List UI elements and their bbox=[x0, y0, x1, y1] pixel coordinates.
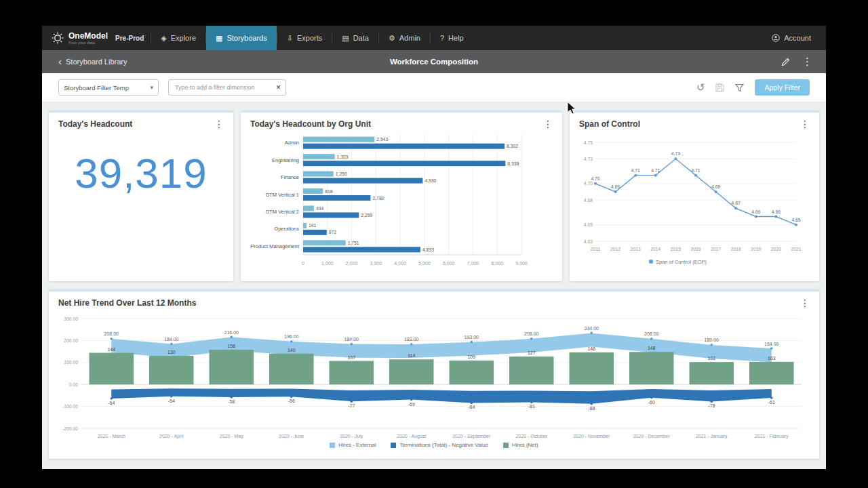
svg-text:144: 144 bbox=[107, 347, 115, 352]
svg-text:2020 - December: 2020 - December bbox=[633, 434, 671, 439]
nav-item-data[interactable]: ▤Data bbox=[332, 26, 378, 50]
filter-template-dropdown[interactable]: Storyboard Filter Temp ▾ bbox=[58, 79, 159, 96]
legend-item[interactable]: Terminations (Total) - Negative Value bbox=[391, 442, 488, 448]
nav-item-exports[interactable]: ⇩Exports bbox=[277, 26, 332, 50]
nav-item-label: Storyboards bbox=[226, 34, 267, 42]
environment-label: Pre-Prod bbox=[115, 35, 144, 42]
storyboards-icon: ▦ bbox=[216, 34, 222, 43]
legend-item[interactable]: Hires - External bbox=[330, 442, 376, 448]
filter-dimension-field: × bbox=[168, 79, 286, 96]
svg-text:4,000: 4,000 bbox=[394, 261, 406, 266]
nav-item-explore[interactable]: ◈Explore bbox=[151, 26, 205, 50]
nav-right: Account bbox=[768, 34, 826, 42]
svg-text:2021 - February: 2021 - February bbox=[755, 434, 789, 439]
nav-item-storyboards[interactable]: ▦Storyboards bbox=[206, 26, 277, 50]
svg-text:-200.00: -200.00 bbox=[62, 426, 78, 431]
legend-label: Hires (Net) bbox=[512, 442, 538, 448]
svg-text:4.66: 4.66 bbox=[772, 209, 781, 214]
svg-text:2015: 2015 bbox=[671, 247, 681, 251]
org-unit-card-title: Today's Headcount by Org Unit bbox=[250, 119, 371, 129]
net-hire-combo-chart: 300.00200.00100.000.00-100.00-200.001441… bbox=[49, 310, 819, 441]
legend-item[interactable]: Hires (Net) bbox=[503, 442, 538, 448]
header-kebab-menu-icon[interactable]: ⋮ bbox=[802, 56, 812, 68]
brand[interactable]: OneModel Free your data Pre-Prod bbox=[42, 32, 151, 45]
page-title: Workforce Composition bbox=[42, 58, 826, 66]
svg-text:Finance: Finance bbox=[281, 174, 299, 180]
svg-text:2020 - September: 2020 - September bbox=[452, 434, 491, 439]
svg-text:183.00: 183.00 bbox=[404, 337, 419, 342]
edit-pencil-icon[interactable] bbox=[781, 58, 790, 66]
clear-filter-icon[interactable]: × bbox=[276, 83, 281, 92]
save-filter-icon[interactable] bbox=[715, 83, 724, 92]
filter-actions: ↺ Apply Filter bbox=[696, 79, 810, 96]
svg-text:146: 146 bbox=[587, 346, 595, 351]
svg-text:3,000: 3,000 bbox=[370, 261, 382, 266]
nav-item-label: Help bbox=[448, 34, 464, 42]
svg-text:GTM Vertical 1: GTM Vertical 1 bbox=[265, 192, 299, 198]
svg-text:300.00: 300.00 bbox=[64, 317, 78, 321]
svg-text:-69: -69 bbox=[408, 402, 415, 407]
undo-icon[interactable]: ↺ bbox=[696, 81, 705, 94]
org-unit-card-menu-icon[interactable]: ⋮ bbox=[542, 119, 554, 129]
account-icon bbox=[772, 34, 780, 42]
svg-text:208.00: 208.00 bbox=[644, 331, 659, 336]
svg-text:208.00: 208.00 bbox=[524, 331, 539, 336]
svg-text:180.00: 180.00 bbox=[705, 338, 719, 342]
top-nav: OneModel Free your data Pre-Prod ◈Explor… bbox=[42, 26, 826, 50]
svg-text:130: 130 bbox=[167, 350, 176, 354]
svg-text:2,780: 2,780 bbox=[372, 196, 384, 201]
span-of-control-card: Span of Control ⋮ 4.754.734.704.684.654.… bbox=[570, 110, 819, 281]
svg-text:5,000: 5,000 bbox=[418, 261, 431, 266]
svg-text:GTM Vertical 2: GTM Vertical 2 bbox=[265, 209, 299, 215]
svg-text:2020 - April: 2020 - April bbox=[159, 434, 184, 439]
svg-text:148: 148 bbox=[648, 346, 656, 350]
org-unit-card: Today's Headcount by Org Unit ⋮ 01,0002,… bbox=[241, 110, 562, 281]
nav-item-label: Data bbox=[353, 34, 369, 42]
apply-filter-button[interactable]: Apply Filter bbox=[755, 79, 810, 96]
svg-text:Span of Control (EOP): Span of Control (EOP) bbox=[656, 259, 707, 265]
svg-text:2,299: 2,299 bbox=[361, 213, 372, 218]
subheader-actions: ⋮ bbox=[781, 56, 826, 68]
filter-dimension-input[interactable] bbox=[174, 83, 273, 92]
svg-text:1,303: 1,303 bbox=[337, 155, 349, 159]
svg-text:1,000: 1,000 bbox=[321, 261, 334, 266]
svg-text:-78: -78 bbox=[708, 403, 715, 408]
svg-text:4.71: 4.71 bbox=[651, 168, 660, 173]
nav-item-account[interactable]: Account bbox=[768, 34, 815, 42]
nav-item-label: Admin bbox=[399, 34, 420, 42]
svg-text:4.65: 4.65 bbox=[791, 218, 800, 222]
svg-text:-56: -56 bbox=[288, 399, 295, 403]
help-icon: ? bbox=[440, 34, 444, 42]
svg-text:2020 - August: 2020 - August bbox=[397, 434, 426, 439]
filter-funnel-icon[interactable] bbox=[735, 83, 744, 92]
svg-text:972: 972 bbox=[329, 230, 337, 235]
data-icon: ▤ bbox=[342, 34, 349, 43]
org-unit-card-head: Today's Headcount by Org Unit ⋮ bbox=[241, 113, 562, 131]
svg-text:4.69: 4.69 bbox=[711, 184, 720, 189]
org-unit-bar-chart: 01,0002,0003,0004,0005,0006,0007,0008,00… bbox=[241, 131, 562, 271]
filter-template-value: Storyboard Filter Temp bbox=[64, 84, 129, 92]
svg-text:2012: 2012 bbox=[610, 247, 620, 251]
span-card-menu-icon[interactable]: ⋮ bbox=[799, 119, 811, 129]
nav-item-admin[interactable]: ⚙Admin bbox=[379, 26, 430, 50]
filter-controls: Storyboard Filter Temp ▾ × bbox=[58, 79, 286, 96]
svg-text:127: 127 bbox=[528, 350, 536, 355]
svg-text:-64: -64 bbox=[108, 401, 115, 405]
svg-text:4.70: 4.70 bbox=[591, 176, 599, 181]
net-hire-card-menu-icon[interactable]: ⋮ bbox=[799, 298, 811, 308]
brand-name: OneModel bbox=[68, 32, 108, 40]
svg-text:164.00: 164.00 bbox=[764, 342, 779, 346]
svg-text:-54: -54 bbox=[168, 399, 175, 403]
svg-text:141: 141 bbox=[309, 223, 317, 228]
nav-item-help[interactable]: ?Help bbox=[431, 26, 473, 50]
svg-text:2,943: 2,943 bbox=[376, 137, 388, 142]
svg-text:Operations: Operations bbox=[274, 226, 299, 232]
brand-tagline: Free your data bbox=[68, 41, 108, 45]
svg-text:2020 - July: 2020 - July bbox=[340, 434, 363, 439]
nav-menu: ◈Explore▦Storyboards⇩Exports▤Data⚙Admin?… bbox=[151, 26, 473, 50]
svg-text:2017: 2017 bbox=[711, 247, 721, 251]
headcount-card-menu-icon[interactable]: ⋮ bbox=[213, 119, 225, 129]
svg-text:184.00: 184.00 bbox=[344, 337, 359, 342]
nav-item-label: Exports bbox=[297, 34, 322, 42]
svg-text:208.00: 208.00 bbox=[104, 331, 119, 336]
